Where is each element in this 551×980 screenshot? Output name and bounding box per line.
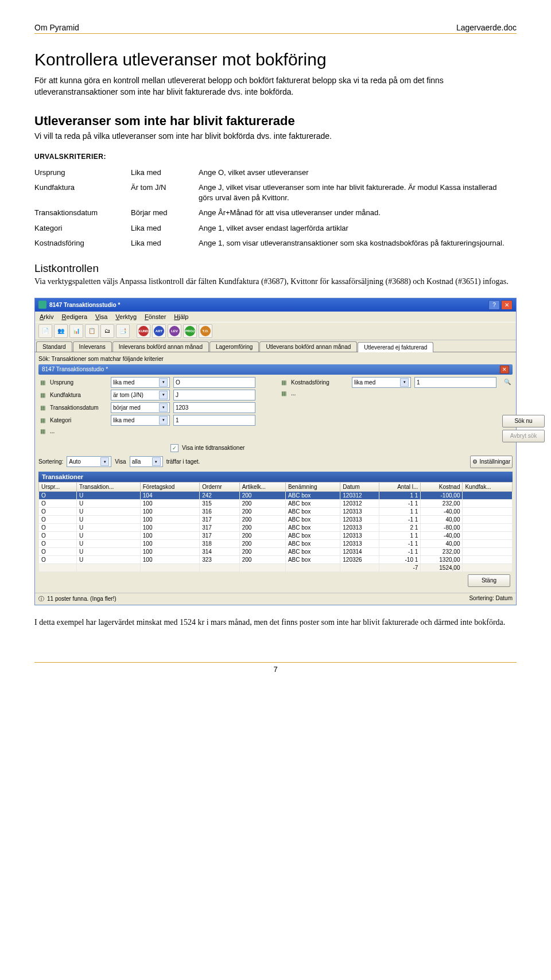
toolbar-icon[interactable]: LEV [168, 324, 181, 338]
close-button[interactable]: ✕ [501, 300, 513, 310]
filter-value-input[interactable]: 1 [414, 377, 496, 388]
criteria-cell: Ange O, vilket avser utleveranser [199, 165, 517, 180]
filter-op-select[interactable]: lika med▾ [352, 377, 411, 388]
toolbar-icon[interactable]: 📊 [69, 324, 83, 338]
toolbar-icon[interactable]: KUND [137, 324, 150, 338]
tab[interactable]: Utleverans bokförd annan månad [259, 341, 357, 352]
tab[interactable]: Lageromföring [209, 341, 259, 352]
table-row[interactable]: OU100323200ABC box120326-10 11320,00 [39, 555, 513, 563]
checkbox[interactable]: ✓ [170, 444, 179, 452]
filter-label: ... [291, 390, 348, 396]
menu-item[interactable]: Redigera [61, 313, 87, 320]
help-button[interactable]: ? [488, 300, 500, 310]
criteria-cell: Är tom J/N [131, 180, 199, 205]
criteria-cell: Ange År+Månad för att visa utleveranser … [199, 205, 517, 220]
table-row[interactable]: OU100314200ABC box120314-1 1232,00 [39, 547, 513, 555]
filter-icon[interactable]: ▦ [280, 378, 288, 386]
criteria-cell: Lika med [131, 165, 199, 180]
menu-item[interactable]: Visa [95, 313, 107, 320]
subheading-text: Vi vill ta reda på vilka utleveranser so… [34, 131, 517, 142]
filter-value-input[interactable]: 1203 [173, 402, 255, 413]
column-header[interactable]: Datum [340, 482, 379, 491]
column-header[interactable]: Ordernr [200, 482, 240, 491]
tab[interactable]: Inleverans bokförd annan månad [112, 341, 209, 352]
column-header[interactable]: Benämning [285, 482, 340, 491]
tab[interactable]: Utlevererad ej fakturerad [358, 342, 433, 352]
install-button[interactable]: ⚙Inställningar [470, 456, 513, 468]
menu-item[interactable]: Arkiv [40, 313, 53, 320]
filter-op-select[interactable]: lika med▾ [111, 415, 170, 426]
sort-label: Sortering: [38, 458, 63, 465]
filter-label: Transaktionsdatum [50, 405, 107, 411]
filter-icon[interactable]: ▦ [280, 390, 288, 398]
filter-value-input[interactable]: O [173, 377, 255, 388]
column-header[interactable]: Urspr... [39, 482, 77, 491]
criteria-cell: Ange 1, som visar utleveranstransaktione… [199, 236, 517, 251]
filter-label: Ursprung [50, 379, 107, 386]
column-header[interactable]: Artikelk... [239, 482, 285, 491]
filter-icon[interactable]: ▦ [38, 403, 46, 411]
page-number: 7 [34, 662, 517, 674]
urval-label: URVALSKRITERIER: [34, 153, 517, 161]
total-row: -71524,00 [39, 563, 513, 571]
table-row[interactable]: OU100315200ABC box120312-1 1232,00 [39, 499, 513, 507]
column-header[interactable]: Kostnad [421, 482, 463, 491]
stang-button[interactable]: Stäng [468, 574, 510, 587]
column-header[interactable]: Antal l... [379, 482, 421, 491]
header-left: Om Pyramid [34, 23, 79, 32]
app-icon [38, 301, 46, 309]
filter-op-select[interactable]: börjar med▾ [111, 402, 170, 413]
filter-label: Kundfaktura [50, 392, 107, 398]
app-window: 8147 Transaktionsstudio * ? ✕ ArkivRedig… [34, 298, 517, 605]
close-icon[interactable]: ✕ [500, 365, 509, 374]
toolbar-icon[interactable]: ART [152, 324, 166, 338]
visa-select[interactable]: alla▾ [130, 456, 163, 467]
transactions-table: Urspr...Transaktion...FöretagskodOrdernr… [38, 482, 513, 572]
column-header[interactable]: Kundfak... [463, 482, 513, 491]
table-row[interactable]: OU100318200ABC box120313-1 140,00 [39, 539, 513, 547]
menu-item[interactable]: Hjälp [174, 313, 188, 320]
toolbar-icon[interactable]: 📑 [116, 324, 130, 338]
table-row[interactable]: OU100316200ABC box1203131 1-40,00 [39, 507, 513, 515]
sok-label: Sök: Transaktioner som matchar följande … [38, 356, 513, 362]
toolbar-icon[interactable]: 📄 [38, 324, 52, 338]
column-header[interactable]: Företagskod [140, 482, 199, 491]
sok-button[interactable]: Sök nu [502, 415, 545, 427]
toolbar-icon[interactable]: PROJ [183, 324, 197, 338]
filter-value-input[interactable]: 1 [173, 415, 255, 426]
sort-select[interactable]: Auto▾ [67, 456, 111, 467]
search-icon[interactable]: 🔍 [502, 377, 513, 387]
criteria-cell: Transaktionsdatum [34, 205, 131, 220]
heading-2: Utleveranser som inte har blivit fakture… [34, 114, 517, 129]
toolbar-icon[interactable]: 👥 [54, 324, 68, 338]
toolbar-icon[interactable]: T.O. [199, 324, 212, 338]
avbryt-button: Avbryt sök [502, 430, 545, 442]
criteria-cell: Lika med [131, 221, 199, 236]
tab[interactable]: Standard [36, 341, 72, 352]
visa-suffix: träffar i taget. [166, 458, 200, 465]
column-header[interactable]: Transaktion... [76, 482, 140, 491]
toolbar-icon[interactable]: 🗂 [100, 324, 114, 338]
table-row[interactable]: OU104242200ABC box1203121 1-100,00 [39, 491, 513, 499]
filter-icon[interactable]: ▦ [38, 378, 46, 386]
table-row[interactable]: OU100317200ABC box120313-1 140,00 [39, 515, 513, 523]
titlebar: 8147 Transaktionsstudio * ? ✕ [35, 298, 516, 312]
filter-op-select[interactable]: lika med▾ [111, 377, 170, 388]
filter-label: ... [50, 428, 107, 434]
toolbar-icon[interactable]: 📋 [85, 324, 99, 338]
filter-icon[interactable]: ▦ [38, 427, 46, 435]
heading-3: Listkontrollen [34, 262, 517, 275]
table-row[interactable]: OU100317200ABC box1203132 1-80,00 [39, 523, 513, 531]
tab[interactable]: Inleverans [73, 341, 112, 352]
listkontroll-text: Via verktygspaletten väljs Anpassa listk… [34, 276, 517, 287]
filter-icon[interactable]: ▦ [38, 416, 46, 424]
heading-1: Kontrollera utleveranser mot bokföring [34, 50, 517, 69]
menu-item[interactable]: Verktyg [115, 313, 137, 320]
filter-value-input[interactable]: J [173, 390, 255, 400]
criteria-cell: Ange 1, vilket avser endast lagerförda a… [199, 221, 517, 236]
menu-item[interactable]: Fönster [145, 313, 166, 320]
table-row[interactable]: OU100317200ABC box1203131 1-40,00 [39, 531, 513, 539]
filter-icon[interactable]: ▦ [38, 391, 46, 399]
filter-op-select[interactable]: är tom (J/N)▾ [111, 390, 170, 400]
info-icon: ⓘ [38, 595, 44, 603]
